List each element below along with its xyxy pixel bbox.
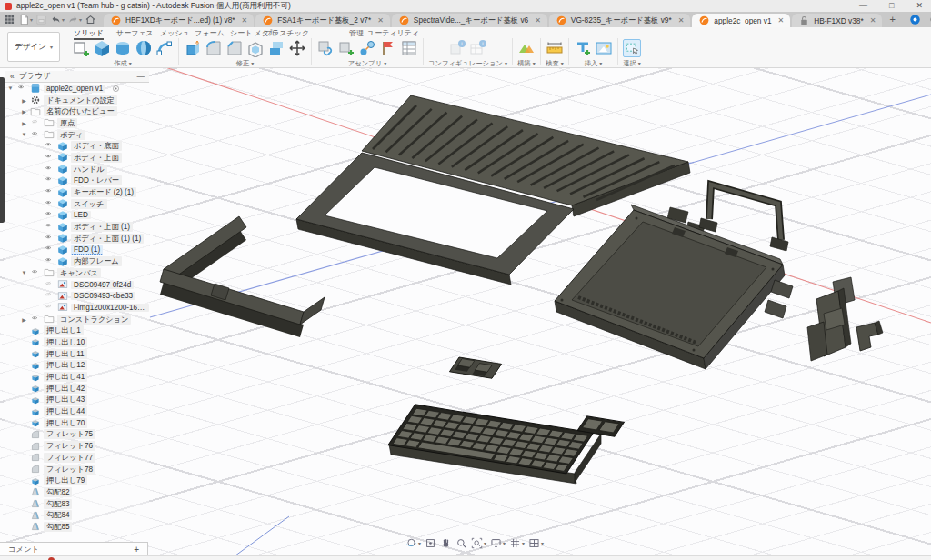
r-sphere[interactable] [135, 39, 153, 57]
tree-caret-icon[interactable]: ▼ [7, 85, 14, 91]
r-decal[interactable] [574, 39, 592, 57]
document-tab[interactable]: FSA1キーボード基板_2 v7*✕ [255, 14, 390, 27]
maximize-button[interactable]: □ [889, 0, 894, 12]
r-fillet[interactable] [205, 39, 223, 57]
visibility-eye-icon[interactable] [44, 245, 55, 254]
browser-item[interactable]: ▶原点 [5, 117, 149, 129]
document-tab[interactable]: HBF1XDキーボード...ed) (1) v8*✕ [104, 14, 254, 27]
r-canvas[interactable] [595, 39, 613, 57]
part-front-frame[interactable] [160, 216, 325, 337]
part-bottom-case[interactable] [555, 205, 793, 369]
browser-item[interactable]: スイッチ [5, 198, 149, 210]
visibility-eye-icon[interactable] [16, 85, 27, 93]
browser-item[interactable]: 勾配85 [5, 521, 149, 533]
home-button[interactable] [85, 14, 96, 25]
visibility-eye-off-icon[interactable] [44, 304, 55, 312]
browser-item[interactable]: 押し出し41 [5, 371, 149, 383]
r-config[interactable]: i [448, 39, 466, 57]
environment-tab[interactable]: サーフェス [116, 28, 154, 38]
r-configtable[interactable]: i [469, 39, 487, 57]
visibility-eye-icon[interactable] [44, 176, 55, 185]
browser-item[interactable]: 押し出し11 [5, 348, 149, 360]
group-dropdown[interactable]: 作成▾ [114, 59, 132, 68]
browser-item[interactable]: ▶コンストラクション [5, 314, 149, 325]
group-dropdown[interactable]: 選択▾ [623, 59, 641, 68]
group-dropdown[interactable]: 挿入▾ [585, 59, 603, 68]
visibility-eye-icon[interactable] [44, 154, 55, 162]
browser-item[interactable]: 押し出し43 [5, 395, 149, 406]
browser-item[interactable]: 勾配83 [5, 498, 149, 510]
visibility-eye-icon[interactable] [30, 315, 41, 324]
environment-tab[interactable]: メッシュ [160, 28, 190, 38]
group-dropdown[interactable]: 構築▾ [517, 59, 536, 68]
close-tab-icon[interactable]: ✕ [678, 16, 685, 25]
r-linkcomp[interactable] [316, 39, 335, 57]
browser-item[interactable]: FDD・レバー [5, 175, 149, 187]
browser-item[interactable]: ハンドル [5, 164, 149, 175]
r-measure[interactable] [546, 39, 564, 57]
close-tab-icon[interactable]: ✕ [870, 16, 876, 25]
browser-item[interactable]: 押し出し12 [5, 360, 149, 372]
visibility-eye-icon[interactable] [44, 200, 55, 208]
visibility-eye-icon[interactable] [30, 269, 41, 277]
tree-caret-icon[interactable]: ▼ [21, 270, 27, 275]
viewports-button[interactable]: ▾ [528, 537, 544, 549]
visibility-eye-icon[interactable] [30, 131, 41, 139]
close-tab-icon[interactable]: ✕ [778, 16, 785, 25]
tree-caret-icon[interactable]: ▶ [21, 120, 27, 126]
environment-tab[interactable]: プラスチック [265, 28, 309, 38]
comment-bar[interactable]: コメント + [0, 542, 148, 555]
visibility-eye-icon[interactable] [44, 188, 55, 196]
part-switch-block[interactable] [449, 357, 501, 378]
r-plane[interactable] [517, 39, 536, 57]
grid-display-button[interactable]: ▾ [509, 537, 525, 549]
file-menu-button[interactable]: ▾ [18, 14, 33, 25]
browser-collapse-icon[interactable]: « [10, 72, 15, 81]
browser-item[interactable]: DSC09497-0f24d [5, 279, 149, 291]
visibility-eye-icon[interactable] [44, 257, 55, 265]
browser-item[interactable]: 押し出し42 [5, 383, 149, 395]
browser-item[interactable]: 勾配82 [5, 486, 149, 498]
add-comment-button[interactable]: + [134, 545, 139, 555]
minimize-button[interactable]: — [859, 0, 867, 12]
tree-caret-icon[interactable]: ▼ [21, 132, 27, 137]
browser-item[interactable]: 押し出し79 [5, 475, 149, 486]
orbit-button[interactable]: ▾ [405, 537, 421, 549]
browser-item[interactable]: フィレット76 [5, 440, 149, 452]
browser-item[interactable]: キーボード (2) (1) [5, 186, 149, 198]
r-newcomp[interactable] [337, 39, 355, 57]
app-grid-button[interactable] [4, 14, 15, 25]
look-at-button[interactable] [425, 537, 436, 549]
visibility-eye-icon[interactable] [44, 223, 55, 231]
close-tab-icon[interactable]: ✕ [535, 16, 541, 25]
zoom-button[interactable] [455, 537, 467, 549]
browser-item[interactable]: ▼ボディ [5, 129, 149, 141]
radio-icon[interactable] [111, 84, 121, 94]
visibility-eye-icon[interactable] [44, 142, 55, 150]
browser-item[interactable]: フィレット75 [5, 429, 149, 441]
workspace-selector[interactable]: デザイン ▾ [7, 32, 60, 62]
browser-item[interactable]: ボディ・底面 [5, 140, 149, 152]
r-tag[interactable] [379, 39, 397, 57]
save-button[interactable] [35, 14, 47, 25]
group-dropdown[interactable]: 修正▾ [236, 59, 255, 68]
browser-item[interactable]: 内部フレーム [5, 255, 149, 267]
r-move[interactable] [288, 39, 306, 57]
browser-item[interactable]: ▼キャンバス [5, 267, 149, 279]
environment-tab[interactable]: フォーム [195, 28, 225, 38]
document-tab[interactable]: VG-8235_キーボード基板 v9*✕ [549, 14, 690, 27]
viewport-canvas[interactable]: Y 上 前 右 X Z « ブラウザ — ▼apple2c_open v1▶ドキ… [0, 68, 931, 560]
visibility-eye-off-icon[interactable] [30, 119, 41, 127]
document-tab[interactable]: apple2c_open v1✕ [692, 14, 790, 27]
browser-item[interactable]: DSC09493-cbe33 [5, 290, 149, 302]
extension-button[interactable] [909, 14, 921, 25]
environment-tab[interactable]: ソリッド [74, 28, 104, 40]
r-offset[interactable] [267, 39, 285, 57]
close-tab-icon[interactable]: ✕ [377, 16, 384, 25]
visibility-eye-icon[interactable] [44, 235, 55, 243]
visibility-eye-icon[interactable] [44, 211, 55, 219]
part-hinge-clip[interactable] [856, 321, 883, 351]
close-tab-icon[interactable]: ✕ [242, 16, 248, 25]
visibility-eye-icon[interactable] [44, 165, 55, 174]
r-revolve[interactable] [114, 39, 132, 57]
